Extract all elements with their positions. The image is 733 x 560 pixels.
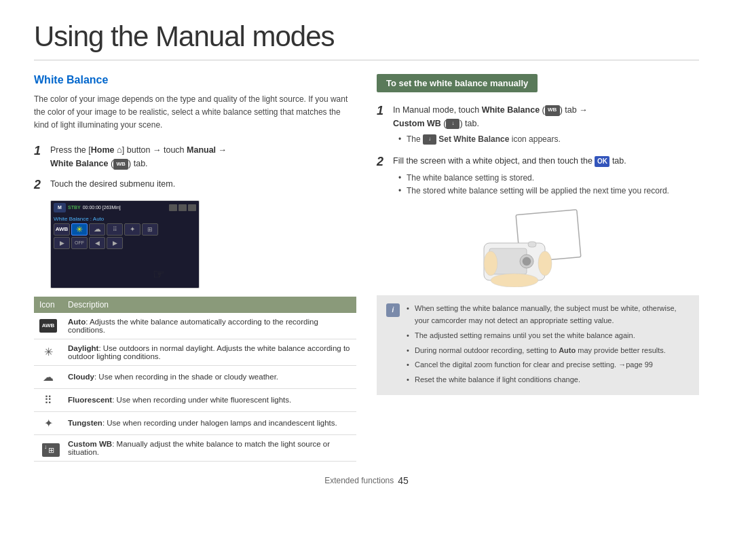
step2-bullet-1: The white balance setting is stored. — [398, 172, 669, 185]
svg-point-6 — [523, 257, 531, 265]
awb-icon: AWB — [39, 319, 57, 333]
note-content: When setting the white balance manually,… — [407, 302, 690, 388]
svg-point-8 — [484, 251, 497, 276]
step-1-text: Press the [Home ⌂] button → touch Manual… — [50, 143, 227, 171]
desc-cell: Custom WB: Manually adjust the white bal… — [62, 434, 356, 461]
step2-bullet-2: The stored white balance setting will be… — [398, 185, 669, 198]
right-step-2-content: Fill the screen with a white object, and… — [393, 154, 669, 198]
page-title: Using the Manual modes — [34, 20, 699, 60]
step2-bullets: The white balance setting is stored. The… — [398, 172, 669, 198]
ok-button: OK — [595, 156, 609, 167]
icon-cell: ✦ — [34, 411, 62, 434]
table-row: AWB Auto: Adjusts the white balance auto… — [34, 313, 356, 339]
page-container: Using the Manual modes White Balance The… — [0, 0, 733, 513]
desc-cell: Cloudy: Use when recording in the shade … — [62, 365, 356, 388]
left-column: White Balance The color of your image de… — [34, 74, 356, 462]
step-2-num: 2 — [34, 177, 45, 193]
table-row: ⠿ Fluorescent: Use when recording under … — [34, 388, 356, 411]
step-1-num: 1 — [34, 143, 45, 159]
col-icon: Icon — [34, 297, 62, 313]
right-step-1: 1 In Manual mode, touch White Balance (W… — [377, 103, 699, 146]
right-section-header: To set the white balance manually — [377, 74, 538, 92]
right-step-2: 2 Fill the screen with a white object, a… — [377, 154, 699, 198]
icon-cell: AWB — [34, 313, 62, 339]
camera-illustration — [477, 209, 599, 287]
camera-screenshot: M STBY 00:00:00 [263Min] White Balance :… — [50, 200, 200, 288]
table-header: Icon Description — [34, 297, 356, 313]
right-step-2-num: 2 — [377, 154, 388, 170]
page-number: 45 — [398, 475, 409, 486]
table-row: ⊞ Custom WB: Manually adjust the white b… — [34, 434, 356, 461]
sun-icon: ✳ — [44, 346, 53, 358]
note-item-1: When setting the white balance manually,… — [407, 302, 690, 327]
col-description: Description — [62, 297, 356, 313]
note-item-5: Reset the white balance if light conditi… — [407, 373, 690, 386]
table-row: ✦ Tungsten: Use when recording under hal… — [34, 411, 356, 434]
wb-tab-icon: WB — [545, 105, 560, 116]
note-item-2: The adjusted setting remains until you s… — [407, 329, 690, 342]
right-column: To set the white balance manually 1 In M… — [377, 74, 699, 462]
step1-bullets: The ↓ Set White Balance icon appears. — [398, 133, 588, 146]
desc-cell: Daylight: Use outdoors in normal dayligh… — [62, 339, 356, 365]
custom-wb-tab-icon: ↓ — [446, 119, 459, 129]
svg-text:⊞: ⊞ — [48, 446, 54, 454]
desc-cell: Tungsten: Use when recording under halog… — [62, 411, 356, 434]
note-icon: i — [386, 303, 400, 317]
right-step-1-content: In Manual mode, touch White Balance (WB)… — [393, 103, 588, 146]
svg-rect-10 — [528, 242, 536, 247]
page-footer: Extended functions 45 — [34, 475, 699, 486]
section-title: White Balance — [34, 74, 356, 86]
table-row: ✳ Daylight: Use outdoors in normal dayli… — [34, 339, 356, 365]
set-wb-inline-icon: ↓ — [423, 134, 436, 145]
desc-cell: Fluorescent: Use when recording under wh… — [62, 388, 356, 411]
svg-point-7 — [491, 274, 538, 287]
step-2: 2 Touch the desired submenu item. — [34, 177, 356, 193]
note-list: When setting the white balance manually,… — [407, 302, 690, 386]
footer-label: Extended functions — [324, 476, 394, 485]
cloud-icon: ☁ — [43, 371, 54, 384]
note-box: i When setting the white balance manuall… — [377, 295, 699, 395]
right-step-1-num: 1 — [377, 103, 388, 119]
step-1: 1 Press the [Home ⌂] button → touch Manu… — [34, 143, 356, 171]
intro-text: The color of your image depends on the t… — [34, 93, 356, 132]
table-body: AWB Auto: Adjusts the white balance auto… — [34, 313, 356, 462]
step1-bullet: The ↓ Set White Balance icon appears. — [398, 133, 588, 146]
tungsten-icon: ✦ — [44, 417, 53, 429]
icon-cell: ⠿ — [34, 388, 62, 411]
icon-table: Icon Description AWB Auto: Adjusts the w… — [34, 297, 356, 462]
camera-illustration-container — [377, 209, 699, 287]
icon-cell: ✳ — [34, 339, 62, 365]
table-row: ☁ Cloudy: Use when recording in the shad… — [34, 365, 356, 388]
footer-inner: Extended functions 45 — [34, 475, 699, 486]
icon-cell: ⊞ — [34, 434, 62, 461]
two-column-layout: White Balance The color of your image de… — [34, 74, 699, 462]
svg-point-9 — [538, 251, 552, 276]
fluorescent-icon: ⠿ — [44, 394, 52, 406]
desc-cell: Auto: Adjusts the white balance automati… — [62, 313, 356, 339]
icon-cell: ☁ — [34, 365, 62, 388]
note-item-4: Cancel the digital zoom function for cle… — [407, 358, 690, 371]
custom-wb-icon: ⊞ — [42, 443, 54, 453]
step-2-text: Touch the desired submenu item. — [50, 177, 175, 191]
note-item-3: During normal outdoor recording, setting… — [407, 344, 690, 357]
